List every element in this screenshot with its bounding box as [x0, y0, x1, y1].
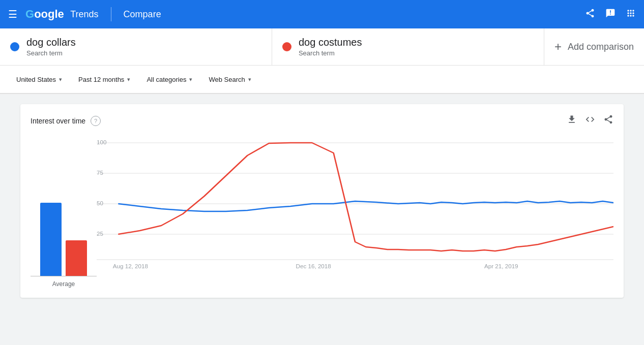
feedback-icon[interactable] [605, 8, 616, 21]
location-label: United States [16, 76, 56, 83]
average-bars [40, 174, 87, 276]
header: ☰ Google Trends Compare [0, 0, 644, 28]
line-chart-svg: 100 75 50 25 Aug 12, 2018 Dec 16, 2018 A… [97, 135, 613, 288]
search-type-chevron: ▾ [248, 76, 251, 83]
plus-icon: + [554, 40, 562, 54]
bar-baseline [31, 276, 97, 276]
header-divider [111, 7, 111, 21]
bar-red [66, 240, 87, 276]
help-text: ? [94, 118, 97, 124]
svg-text:25: 25 [97, 231, 103, 237]
chart-title-group: Interest over time ? [31, 116, 101, 126]
term1-label: dog collars [26, 37, 76, 48]
svg-text:Dec 16, 2018: Dec 16, 2018 [296, 263, 331, 269]
time-chevron: ▾ [127, 76, 130, 83]
chart-header: Interest over time ? [31, 114, 613, 127]
search-bar: dog collars Search term dog costumes Sea… [0, 28, 644, 66]
average-label: Average [52, 280, 75, 288]
download-icon[interactable] [567, 114, 577, 127]
term1-type: Search term [26, 49, 76, 57]
main-content: Interest over time ? [0, 94, 644, 308]
category-chevron: ▾ [189, 76, 192, 83]
logo-google: Google [25, 8, 64, 21]
compare-title: Compare [124, 9, 161, 20]
location-chevron: ▾ [59, 76, 62, 83]
logo-trends-text: Trends [70, 9, 98, 20]
chart-card: Interest over time ? [20, 104, 624, 298]
category-filter[interactable]: All categories ▾ [140, 72, 198, 87]
search-type-label: Web Search [209, 76, 245, 83]
header-icons [585, 8, 636, 21]
term2-dot [282, 42, 291, 51]
search-type-filter[interactable]: Web Search ▾ [202, 72, 257, 87]
term1-dot [10, 42, 19, 51]
svg-text:Aug 12, 2018: Aug 12, 2018 [113, 263, 148, 269]
location-filter[interactable]: United States ▾ [10, 72, 68, 87]
share-icon[interactable] [585, 8, 595, 21]
share-chart-icon[interactable] [603, 114, 613, 127]
chart-body: Average 100 75 50 25 [31, 135, 613, 288]
category-label: All categories [147, 76, 186, 83]
svg-text:50: 50 [97, 200, 103, 206]
svg-text:Apr 21, 2019: Apr 21, 2019 [484, 263, 518, 269]
add-comparison-button[interactable]: + Add comparison [544, 28, 644, 65]
embed-icon[interactable] [585, 114, 595, 127]
logo: Google Trends [25, 8, 99, 21]
chart-title: Interest over time [31, 117, 85, 125]
add-comparison-label: Add comparison [568, 42, 634, 52]
search-term-2[interactable]: dog costumes Search term [272, 28, 544, 65]
term2-text: dog costumes Search term [299, 37, 362, 57]
bar-blue [40, 203, 62, 276]
time-filter[interactable]: Past 12 months ▾ [72, 72, 136, 87]
term2-label: dog costumes [299, 37, 362, 48]
search-term-1[interactable]: dog collars Search term [0, 28, 272, 65]
term2-type: Search term [299, 49, 362, 57]
help-icon[interactable]: ? [91, 116, 101, 126]
logo-space [66, 10, 68, 19]
logo-g: G [25, 8, 34, 20]
chart-actions [567, 114, 613, 127]
apps-icon[interactable] [626, 8, 636, 21]
menu-icon[interactable]: ☰ [8, 8, 17, 20]
average-section: Average [31, 135, 97, 288]
svg-text:75: 75 [97, 170, 103, 176]
time-label: Past 12 months [78, 76, 124, 83]
svg-text:100: 100 [97, 139, 106, 145]
line-chart: 100 75 50 25 Aug 12, 2018 Dec 16, 2018 A… [97, 135, 613, 288]
term1-text: dog collars Search term [26, 37, 76, 57]
logo-oogle: oogle [34, 8, 64, 20]
filters-bar: United States ▾ Past 12 months ▾ All cat… [0, 66, 644, 94]
